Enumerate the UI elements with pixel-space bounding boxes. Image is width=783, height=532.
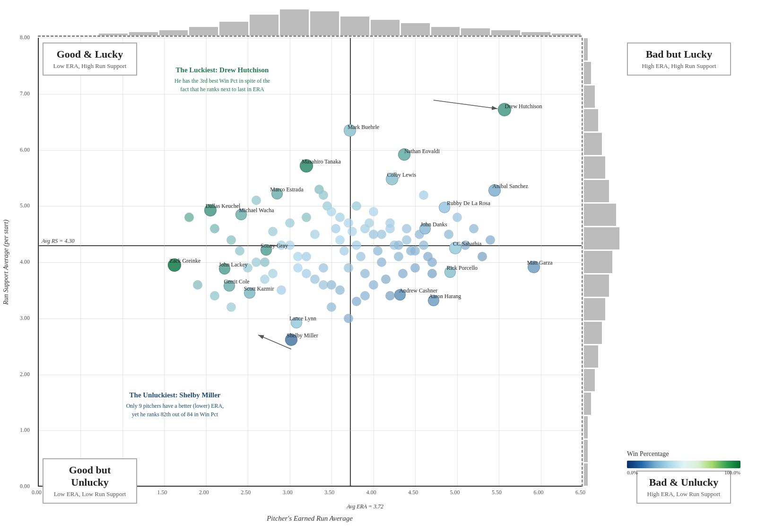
bg-dot: [293, 263, 303, 273]
hist-right-bar-11: [584, 298, 605, 320]
bg-dot: [335, 285, 345, 295]
bg-dot: [398, 269, 408, 278]
x-tick-1.5: 1.50: [157, 489, 167, 496]
bg-dot: [385, 218, 395, 228]
grid-v-0: [39, 38, 39, 486]
quadrant-bl-sub: Low ERA, Low Run Support: [50, 490, 130, 498]
hist-right-bar-12: [584, 322, 602, 344]
svg-line-1: [434, 100, 497, 109]
bg-dot: [360, 269, 370, 278]
mean-era-label: Avg ERA = 3.72: [347, 503, 383, 532]
y-tick-7: 7.00: [20, 90, 30, 97]
bg-dot: [302, 269, 311, 278]
dot-label-marco-estrada: Marco Estrada: [270, 186, 303, 193]
bg-dot: [327, 280, 336, 290]
bg-dot: [394, 252, 403, 261]
hist-top-bar-4: [159, 30, 188, 35]
dot-label-rubby-de-la-rosa: Rubby De La Rosa: [447, 200, 490, 207]
bg-dot: [277, 285, 286, 295]
legend-min: 0.0%: [627, 470, 638, 475]
bg-dot: [260, 257, 270, 267]
histogram-right: [584, 38, 626, 487]
dot-label-mark-buehrle: Mark Buehrle: [348, 124, 379, 131]
hist-right-bar-17: [584, 440, 588, 462]
x-tick-2.5: 2.50: [241, 489, 251, 496]
chart-container: 0.000.501.001.502.002.503.003.504.004.50…: [0, 0, 783, 532]
dot-label-matt-garza: Matt Garza: [527, 259, 552, 266]
bg-dot: [369, 207, 378, 216]
dashed-top-line: [38, 35, 582, 37]
dot-label-lance-lynn: Lance Lynn: [289, 315, 316, 322]
bg-dot: [260, 275, 270, 284]
hist-right-bar-2: [584, 86, 595, 108]
grid-v-3: [290, 38, 290, 486]
unluckiest-title: The Unluckiest: Shelby Miller: [109, 391, 241, 399]
bg-dot: [302, 252, 311, 261]
grid-h-6: [39, 150, 582, 151]
dot-label-rick-porcello: Rick Porcello: [446, 265, 478, 272]
bg-dot: [385, 291, 395, 300]
y-tick-0: 0.00: [20, 483, 30, 490]
legend-labels: 0.0% 100.0%: [627, 470, 740, 475]
bg-dot: [226, 302, 236, 312]
hist-right-bar-5: [584, 156, 605, 179]
x-tick-5: 5.00: [450, 489, 460, 496]
bg-dot: [381, 275, 391, 284]
bg-dot: [394, 240, 403, 250]
dot-label-dallas-keuchel: Dallas Keuchel: [206, 203, 241, 210]
bg-dot: [369, 280, 378, 290]
hist-top-bar-16: [522, 32, 550, 35]
luckiest-body: He has the 3rd best Win Pct in spite of …: [156, 77, 288, 94]
annotation-luckiest: The Luckiest: Drew Hutchison He has the …: [156, 66, 288, 94]
bg-dot: [319, 190, 328, 200]
bg-dot: [402, 224, 411, 233]
bg-dot: [252, 257, 261, 267]
unluckiest-body: Only 9 pitchers have a better (lower) ER…: [109, 402, 241, 419]
x-tick-3: 3.00: [283, 489, 293, 496]
bg-dot: [252, 196, 261, 205]
dot-label-shelby-miller: Shelby Miller: [287, 332, 318, 339]
mean-era-line: [350, 38, 351, 486]
bg-dot: [427, 257, 437, 267]
grid-v-6.5: [583, 38, 583, 486]
hist-top-bar-9: [310, 11, 339, 35]
hist-right-bar-9: [584, 251, 612, 273]
dot-label-sonny-gray: Sonny Gray: [261, 242, 288, 249]
dot-label-colby-lewis: Colby Lewis: [387, 172, 417, 179]
bg-dot: [452, 213, 462, 222]
y-tick-8: 8.00: [20, 34, 30, 41]
x-tick-5.5: 5.50: [492, 489, 502, 496]
hist-right-bar-13: [584, 345, 598, 368]
x-tick-4: 4.00: [366, 489, 376, 496]
hist-right-bar-15: [584, 393, 591, 415]
hist-right-bar-16: [584, 416, 588, 438]
quadrant-bl-title: Good but Unlucky: [50, 464, 130, 489]
quadrant-bottom-right: Bad & Unlucky High ERA, Low Run Support: [636, 471, 731, 504]
y-tick-1: 1.00: [20, 427, 30, 434]
quadrant-br-title: Bad & Unlucky: [644, 476, 723, 489]
y-tick-4: 4.00: [20, 258, 30, 266]
dot-label-zack-greinke: Zack Greinke: [170, 257, 201, 265]
bg-dot: [331, 224, 340, 233]
bg-dot: [352, 201, 361, 211]
quadrant-tr-title: Bad but Lucky: [635, 48, 723, 60]
legend-gradient: [627, 461, 740, 468]
dot-label-michael-wacha: Michael Wacha: [239, 207, 274, 214]
grid-v-2.5: [248, 38, 248, 486]
bg-dot: [344, 263, 353, 273]
bg-dot: [419, 190, 428, 200]
bg-dot: [344, 314, 353, 323]
y-tick-6: 6.00: [20, 146, 30, 154]
hist-right-bar-3: [584, 109, 598, 131]
bg-dot: [184, 213, 194, 222]
hist-right-bar-8: [584, 227, 619, 249]
bg-dot: [402, 235, 411, 245]
hist-top-bar-3: [129, 32, 158, 35]
quadrant-tl-title: Good & Lucky: [50, 48, 130, 60]
bg-dot: [226, 235, 236, 245]
hist-top-bar-6: [219, 22, 248, 35]
grid-h-2: [39, 375, 582, 375]
x-axis-label: Pitcher's Earned Run Average: [38, 515, 582, 523]
bg-dot: [486, 235, 495, 245]
bg-dot: [348, 227, 357, 236]
